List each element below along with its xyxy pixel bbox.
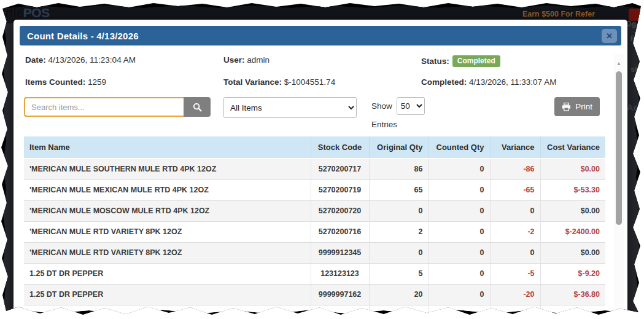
cell-stock bbox=[311, 305, 369, 314]
items-counted-field: Items Counted: 1259 bbox=[25, 77, 223, 87]
column-header-orig[interactable]: Original Qty bbox=[369, 136, 429, 159]
user-label: User: bbox=[223, 55, 245, 65]
item-filter-select[interactable]: All Items bbox=[223, 97, 357, 118]
user-field: User: admin bbox=[223, 55, 421, 67]
page-background: ottlePOS Earn $500 For Refer Og F st Ac … bbox=[3, 5, 641, 314]
cell-count: 0 bbox=[429, 200, 490, 221]
entries-label: Entries bbox=[371, 120, 435, 129]
cell-count: 0 bbox=[429, 284, 490, 305]
cell-cost: $-9.20 bbox=[540, 263, 605, 284]
column-header-item[interactable]: Item Name bbox=[24, 136, 311, 159]
status-badge: Completed bbox=[452, 55, 500, 67]
cell-count: 0 bbox=[429, 179, 490, 200]
close-icon[interactable]: ✕ bbox=[602, 29, 617, 43]
scrollbar-thumb[interactable] bbox=[616, 71, 622, 225]
completed-label: Completed: bbox=[421, 77, 467, 87]
cell-count: 0 bbox=[429, 159, 490, 179]
date-field: Date: 4/13/2026, 11:23:04 AM bbox=[25, 55, 223, 67]
column-header-var[interactable]: Variance bbox=[490, 136, 540, 159]
search-button[interactable] bbox=[184, 97, 211, 117]
torn-border-frame: ottlePOS Earn $500 For Refer Og F st Ac … bbox=[0, 0, 644, 319]
cell-cost: $-36.80 bbox=[540, 284, 605, 305]
table-controls: All Items Show 50 Entries bbox=[23, 97, 618, 129]
cell-item: 'MERICAN MULE MOSCOW MULE RTD 4PK 12OZ bbox=[24, 200, 311, 221]
cell-stock: 9999997162 bbox=[311, 284, 369, 305]
scroll-up-icon[interactable]: ▲ bbox=[614, 59, 624, 68]
cell-cost: $0.00 bbox=[540, 159, 605, 179]
cell-var: -5 bbox=[490, 263, 540, 284]
background-text-fragment: st bbox=[630, 65, 637, 74]
modal-scrollbar[interactable]: ▲ bbox=[614, 54, 624, 314]
cell-orig bbox=[369, 305, 429, 314]
show-label: Show bbox=[371, 101, 392, 111]
cell-count: 0 bbox=[429, 242, 490, 263]
cell-var bbox=[490, 305, 540, 314]
user-value: admin bbox=[247, 55, 270, 65]
cell-cost bbox=[540, 305, 605, 314]
table-row: 1.25 DT DR PEPPER9999997162200-20$-36.80 bbox=[24, 284, 605, 305]
status-field: Status:Completed bbox=[421, 55, 618, 67]
cell-var: -86 bbox=[490, 159, 540, 179]
total-variance-field: Total Variance: $-1004551.74 bbox=[223, 77, 421, 87]
search-icon bbox=[193, 103, 202, 112]
cell-orig: 0 bbox=[369, 200, 429, 221]
search-input[interactable] bbox=[24, 97, 184, 117]
table-row: 'MERICAN MULE MEXICAN MULE RTD 4PK 12OZ5… bbox=[24, 179, 605, 200]
cell-item bbox=[24, 305, 311, 314]
table-row: 'MERICAN MULE RTD VARIETY 8PK 12OZ999991… bbox=[24, 242, 605, 263]
cell-cost: $0.00 bbox=[540, 200, 605, 221]
background-logo: ottlePOS bbox=[3, 6, 50, 20]
table-row: 1.25 DT DR PEPPER12312312350-5$-9.20 bbox=[24, 263, 605, 284]
table-row: 'MERICAN MULE RTD VARIETY 8PK 12OZ527020… bbox=[24, 221, 605, 242]
cell-stock: 9999912345 bbox=[311, 242, 369, 263]
cell-orig: 65 bbox=[369, 179, 429, 200]
cell-var: 0 bbox=[490, 200, 540, 221]
cell-count: 0 bbox=[429, 263, 490, 284]
column-header-cost[interactable]: Cost Variance bbox=[540, 136, 605, 159]
table-header-row: Item NameStock CodeOriginal QtyCounted Q… bbox=[24, 136, 605, 159]
count-details-modal: Count Details - 4/13/2026 ✕ Date: 4/13/2… bbox=[14, 20, 627, 314]
column-header-stock[interactable]: Stock Code bbox=[311, 136, 369, 159]
count-items-table: Item NameStock CodeOriginal QtyCounted Q… bbox=[24, 136, 605, 314]
cell-stock: 5270200719 bbox=[311, 179, 369, 200]
cell-item: 'MERICAN MULE MEXICAN MULE RTD 4PK 12OZ bbox=[24, 179, 311, 200]
table-row-partial bbox=[24, 305, 605, 314]
cell-item: 'MERICAN MULE SOUTHERN MULE RTD 4PK 12OZ bbox=[24, 159, 311, 179]
items-counted-label: Items Counted: bbox=[25, 77, 85, 87]
total-variance-label: Total Variance: bbox=[223, 77, 282, 87]
completed-field: Completed: 4/13/2026, 11:33:07 AM bbox=[421, 77, 618, 87]
cell-var: -65 bbox=[490, 179, 540, 200]
background-text-fragment: F bbox=[630, 34, 635, 43]
cell-cost: $0.00 bbox=[540, 242, 605, 263]
completed-value: 4/13/2026, 11:33:07 AM bbox=[469, 77, 556, 87]
entries-per-page-select[interactable]: 50 bbox=[397, 97, 425, 115]
total-variance-value: $-1004551.74 bbox=[284, 77, 335, 87]
cell-count: 0 bbox=[429, 221, 490, 242]
printer-icon bbox=[562, 103, 571, 111]
cell-item: 'MERICAN MULE RTD VARIETY 8PK 12OZ bbox=[24, 242, 311, 263]
cell-stock: 5270200716 bbox=[311, 221, 369, 242]
modal-body: Date: 4/13/2026, 11:23:04 AM User: admin… bbox=[20, 45, 621, 314]
cell-count bbox=[429, 305, 490, 314]
cell-item: 1.25 DT DR PEPPER bbox=[24, 284, 311, 305]
cell-orig: 2 bbox=[369, 221, 429, 242]
background-notification-badge bbox=[629, 9, 641, 21]
table-row: 'MERICAN MULE MOSCOW MULE RTD 4PK 12OZ52… bbox=[24, 200, 605, 221]
status-label: Status: bbox=[421, 57, 449, 66]
modal-header: Count Details - 4/13/2026 ✕ bbox=[20, 26, 621, 45]
column-header-count[interactable]: Counted Qty bbox=[429, 136, 490, 159]
print-button[interactable]: Print bbox=[554, 97, 600, 116]
date-value: 4/13/2026, 11:23:04 AM bbox=[48, 55, 136, 65]
cell-orig: 20 bbox=[369, 284, 429, 305]
show-entries-control: Show 50 Entries bbox=[371, 97, 435, 129]
modal-title: Count Details - 4/13/2026 bbox=[27, 31, 139, 41]
background-promo-text: Earn $500 For Refer bbox=[522, 10, 595, 18]
cell-item: 'MERICAN MULE RTD VARIETY 8PK 12OZ bbox=[24, 221, 311, 242]
cell-orig: 5 bbox=[369, 263, 429, 284]
cell-var: -20 bbox=[490, 284, 540, 305]
table-row: 'MERICAN MULE SOUTHERN MULE RTD 4PK 12OZ… bbox=[24, 159, 605, 179]
cell-cost: $-2400.00 bbox=[540, 221, 605, 242]
cell-orig: 86 bbox=[369, 159, 429, 179]
print-label: Print bbox=[575, 102, 592, 111]
search-group bbox=[24, 97, 211, 117]
